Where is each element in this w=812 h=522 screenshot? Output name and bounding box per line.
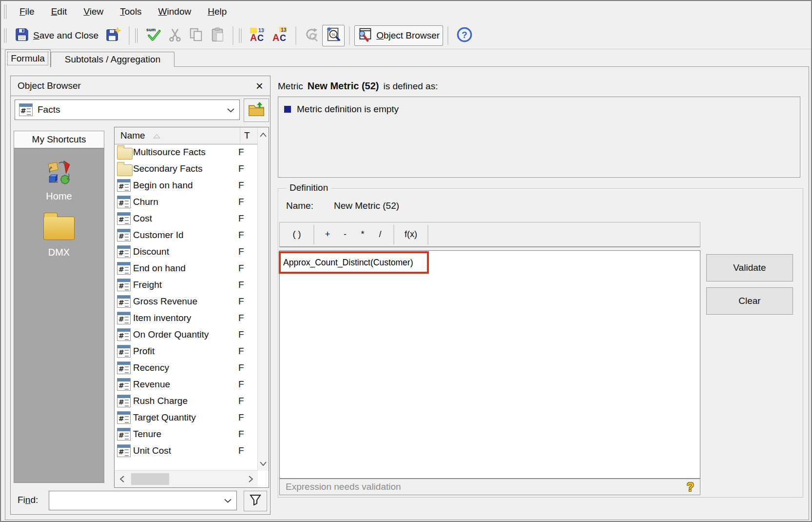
menu-item[interactable]: Tools xyxy=(112,4,150,19)
cut-button xyxy=(165,26,185,45)
object-type-icon xyxy=(117,444,131,457)
menu-item[interactable]: Window xyxy=(150,4,200,19)
list-item[interactable]: Begin on hand F xyxy=(115,177,258,194)
column-header-name[interactable]: Name xyxy=(115,127,240,144)
folder-up-button[interactable] xyxy=(244,99,269,122)
menu-item[interactable]: Help xyxy=(199,4,235,19)
list-item[interactable]: Profit F xyxy=(115,343,258,360)
multiply-button[interactable]: * xyxy=(354,225,371,244)
chevron-down-icon[interactable] xyxy=(227,104,234,115)
list-item[interactable]: Churn F xyxy=(115,194,258,210)
column-header-type[interactable]: T xyxy=(240,130,250,141)
list-item[interactable]: Item inventory F xyxy=(115,310,258,326)
object-type-icon xyxy=(117,164,133,176)
list-item[interactable]: Target Quantity F xyxy=(115,409,258,426)
chevron-down-icon[interactable] xyxy=(224,496,232,506)
tab-subtotals-aggregation[interactable]: Subtotals / Aggregation xyxy=(51,52,174,67)
object-name: Rush Charge xyxy=(133,396,238,406)
validation-question-icon[interactable]: ? xyxy=(687,480,694,494)
home-project-icon[interactable] xyxy=(46,160,72,188)
list-item[interactable]: Secondary Facts F xyxy=(115,161,258,177)
list-item[interactable]: End on hand F xyxy=(115,260,258,277)
list-item[interactable]: Recency F xyxy=(115,360,258,376)
object-name: Begin on hand xyxy=(133,180,238,191)
formula-editor[interactable]: Approx_Count_Distinct(Customer) xyxy=(279,250,700,479)
formula-text[interactable]: Approx_Count_Distinct(Customer) xyxy=(281,258,413,268)
object-browser-toggle-button[interactable]: Object Browser xyxy=(354,25,443,46)
validate-button[interactable]: Validate xyxy=(706,254,793,281)
find-input[interactable] xyxy=(49,491,236,510)
row-icon-wrap xyxy=(115,328,133,341)
list-item[interactable]: Rush Charge F xyxy=(115,393,258,409)
abc-123-icon: AC13 xyxy=(250,27,265,44)
validate-sum-button[interactable]: sum xyxy=(142,25,165,46)
toolbar-grip[interactable] xyxy=(4,4,7,19)
find-combobox[interactable] xyxy=(49,491,237,510)
menu-item-rest: iew xyxy=(90,6,104,17)
help-button[interactable]: ? xyxy=(453,24,476,47)
rename-abc-highlight-button[interactable]: AC13 xyxy=(269,25,291,46)
scroll-left-icon[interactable] xyxy=(115,471,129,487)
toolbar-grip[interactable] xyxy=(4,28,7,43)
dmx-folder-icon[interactable] xyxy=(43,217,75,240)
close-icon[interactable]: × xyxy=(256,81,263,91)
function-button[interactable]: f(x) xyxy=(399,225,423,244)
list-item[interactable]: Multisource Facts F xyxy=(115,144,258,161)
object-type: F xyxy=(238,246,253,257)
object-source-combobox[interactable]: Facts xyxy=(15,100,240,120)
tab-subtotals-label: Subtotals / Aggregation xyxy=(65,54,160,65)
row-icon-wrap xyxy=(115,428,133,441)
toolbar-grip[interactable] xyxy=(239,28,242,43)
scroll-up-icon[interactable] xyxy=(258,127,269,142)
minus-button[interactable]: - xyxy=(336,225,354,244)
object-type-icon xyxy=(117,196,131,208)
toolbar-grip[interactable] xyxy=(135,28,138,43)
menu-item-rest: ools xyxy=(125,6,142,17)
vertical-scrollbar[interactable] xyxy=(257,127,269,471)
scrollbar-thumb[interactable] xyxy=(131,473,169,485)
shortcut-home-label[interactable]: Home xyxy=(46,191,72,202)
object-type: F xyxy=(238,230,253,241)
row-icon-wrap xyxy=(115,345,133,358)
save-as-button[interactable] xyxy=(102,25,124,46)
clear-button[interactable]: Clear xyxy=(706,287,793,315)
scroll-down-icon[interactable] xyxy=(258,456,269,471)
menu-item[interactable]: View xyxy=(75,4,112,19)
list-item[interactable]: Revenue F xyxy=(115,376,258,393)
scroll-right-icon[interactable] xyxy=(243,471,258,487)
horizontal-scrollbar[interactable] xyxy=(115,470,258,487)
divide-button[interactable]: / xyxy=(371,225,389,244)
list-item[interactable]: Unit Cost F xyxy=(115,442,258,459)
menu-item[interactable]: Edit xyxy=(43,4,76,19)
parentheses-button[interactable]: ( ) xyxy=(285,225,309,244)
preview-zoom-button[interactable]: % xyxy=(322,25,345,46)
list-item[interactable]: Cost F xyxy=(115,210,258,227)
definition-group-label: Definition xyxy=(286,182,331,193)
object-type-icon xyxy=(117,328,131,341)
metric-prefix: Metric xyxy=(278,81,303,92)
list-item[interactable]: On Order Quantity F xyxy=(115,326,258,343)
shortcut-dmx-label[interactable]: DMX xyxy=(48,247,70,258)
filter-button[interactable] xyxy=(244,491,267,511)
list-item[interactable]: Gross Revenue F xyxy=(115,293,258,310)
list-item[interactable]: Customer Id F xyxy=(115,227,258,243)
object-name: Gross Revenue xyxy=(133,296,238,307)
tab-formula[interactable]: Formula xyxy=(5,49,51,67)
object-type-icon xyxy=(117,245,131,258)
plus-button[interactable]: + xyxy=(319,225,336,244)
my-shortcuts-header[interactable]: My Shortcuts xyxy=(14,131,104,148)
list-item[interactable]: Discount F xyxy=(115,243,258,260)
list-item[interactable]: Freight F xyxy=(115,277,258,293)
object-name: Recency xyxy=(133,362,238,373)
object-type: F xyxy=(238,197,253,207)
toolbar-separator xyxy=(393,225,394,244)
save-and-close-button[interactable]: Save and Close xyxy=(11,25,102,46)
rename-abc-button[interactable]: AC13 xyxy=(246,25,269,46)
menu-item[interactable]: File xyxy=(11,4,43,19)
tab-formula-label: Formula xyxy=(7,52,48,65)
object-type-icon xyxy=(117,428,131,441)
menu-item-mnemonic: F xyxy=(19,6,25,17)
list-item[interactable]: Tenure F xyxy=(115,426,258,442)
facts-list: Name T Multisource Facts F xyxy=(114,127,269,488)
row-icon-wrap xyxy=(115,411,133,424)
